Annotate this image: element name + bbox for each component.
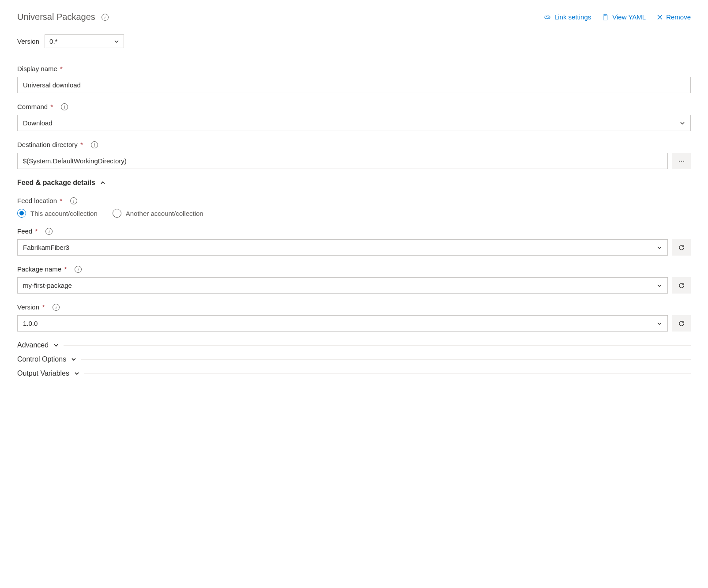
section-output-variables-label: Output Variables: [17, 369, 69, 377]
package-name-select[interactable]: my-first-package: [17, 277, 668, 294]
section-output-variables[interactable]: Output Variables: [17, 369, 691, 377]
required-marker: *: [62, 265, 67, 273]
required-marker: *: [58, 65, 63, 72]
task-version-value: 0.*: [49, 38, 57, 45]
destination-dir-input[interactable]: [17, 153, 668, 169]
chevron-up-icon: [100, 180, 106, 186]
display-name-label: Display name: [17, 65, 57, 72]
package-name-label: Package name: [17, 265, 61, 273]
package-version-input-row: 1.0.0: [17, 315, 691, 332]
radio-this-account[interactable]: This account/collection: [17, 209, 98, 218]
section-feed-details[interactable]: Feed & package details: [17, 179, 691, 187]
view-yaml-label: View YAML: [612, 13, 646, 21]
info-icon[interactable]: i: [53, 304, 60, 311]
feed-value: FabrikamFiber3: [23, 244, 69, 251]
refresh-version-button[interactable]: [672, 315, 691, 332]
destination-dir-input-row: ···: [17, 153, 691, 169]
radio-this-account-label: This account/collection: [30, 210, 98, 217]
refresh-icon: [678, 320, 685, 327]
package-version-value: 1.0.0: [23, 320, 38, 327]
title-wrap: Universal Packages i: [17, 12, 109, 22]
task-version-select[interactable]: 0.*: [45, 34, 124, 48]
refresh-icon: [678, 244, 685, 251]
divider: [110, 183, 691, 183]
close-icon: [656, 14, 663, 21]
remove-button[interactable]: Remove: [656, 13, 691, 21]
feed-location-field: Feed location * i This account/collectio…: [17, 197, 691, 218]
feed-select[interactable]: FabrikamFiber3: [17, 239, 668, 256]
package-version-field: Version * i 1.0.0: [17, 303, 691, 332]
refresh-icon: [678, 282, 685, 289]
chevron-down-icon: [114, 39, 119, 44]
view-yaml-button[interactable]: View YAML: [602, 13, 646, 21]
section-advanced[interactable]: Advanced: [17, 341, 691, 349]
chevron-down-icon: [657, 283, 662, 288]
destination-dir-label-row: Destination directory * i: [17, 141, 691, 148]
section-control-options-label: Control Options: [17, 355, 66, 363]
command-label-row: Command * i: [17, 103, 691, 110]
radio-button-icon: [17, 209, 26, 218]
task-title: Universal Packages: [17, 12, 95, 22]
divider: [81, 359, 691, 360]
refresh-package-button[interactable]: [672, 277, 691, 294]
radio-another-account[interactable]: Another account/collection: [113, 209, 203, 218]
chevron-down-icon: [53, 342, 59, 348]
chevron-down-icon: [657, 321, 662, 326]
chevron-down-icon: [74, 370, 80, 377]
display-name-field: Display name *: [17, 65, 691, 93]
package-version-select[interactable]: 1.0.0: [17, 315, 668, 332]
ellipsis-icon: ···: [678, 156, 685, 166]
task-version-row: Version 0.*: [17, 34, 691, 48]
divider: [64, 345, 691, 346]
command-value: Download: [23, 119, 53, 127]
required-marker: *: [79, 141, 83, 148]
package-name-field: Package name * i my-first-package: [17, 265, 691, 294]
feed-location-label: Feed location: [17, 197, 57, 204]
clipboard-icon: [602, 14, 609, 21]
package-name-value: my-first-package: [23, 282, 72, 289]
info-icon[interactable]: i: [102, 14, 109, 21]
info-icon[interactable]: i: [75, 266, 82, 273]
link-settings-button[interactable]: Link settings: [544, 13, 591, 21]
required-marker: *: [58, 197, 62, 204]
header-actions: Link settings View YAML Remove: [544, 13, 691, 21]
package-name-input-row: my-first-package: [17, 277, 691, 294]
link-icon: [544, 14, 551, 21]
section-feed-details-label: Feed & package details: [17, 179, 95, 187]
package-name-label-row: Package name * i: [17, 265, 691, 273]
header-row: Universal Packages i Link settings View …: [17, 12, 691, 22]
task-config-panel: Universal Packages i Link settings View …: [2, 2, 706, 586]
info-icon[interactable]: i: [45, 228, 53, 235]
display-name-label-row: Display name *: [17, 65, 691, 72]
package-version-label: Version: [17, 303, 39, 311]
section-control-options[interactable]: Control Options: [17, 355, 691, 363]
display-name-input[interactable]: [17, 77, 691, 93]
divider: [84, 373, 691, 374]
command-field: Command * i Download: [17, 103, 691, 131]
command-select[interactable]: Download: [17, 115, 691, 131]
feed-input-row: FabrikamFiber3: [17, 239, 691, 256]
destination-dir-field: Destination directory * i ···: [17, 141, 691, 169]
section-advanced-label: Advanced: [17, 341, 49, 349]
info-icon[interactable]: i: [91, 141, 98, 148]
refresh-feed-button[interactable]: [672, 239, 691, 256]
chevron-down-icon: [71, 356, 77, 362]
feed-field: Feed * i FabrikamFiber3: [17, 227, 691, 256]
radio-button-icon: [113, 209, 121, 218]
remove-label: Remove: [666, 13, 691, 21]
feed-location-radios: This account/collection Another account/…: [17, 209, 691, 218]
info-icon[interactable]: i: [61, 103, 68, 110]
feed-label-row: Feed * i: [17, 227, 691, 235]
required-marker: *: [40, 303, 45, 311]
chevron-down-icon: [680, 121, 685, 126]
feed-label: Feed: [17, 227, 32, 235]
info-icon[interactable]: i: [70, 197, 77, 204]
radio-another-account-label: Another account/collection: [126, 210, 203, 217]
required-marker: *: [33, 227, 38, 235]
feed-location-label-row: Feed location * i: [17, 197, 691, 204]
package-version-label-row: Version * i: [17, 303, 691, 311]
browse-button[interactable]: ···: [672, 153, 691, 169]
link-settings-label: Link settings: [554, 13, 591, 21]
destination-dir-label: Destination directory: [17, 141, 78, 148]
command-label: Command: [17, 103, 48, 110]
